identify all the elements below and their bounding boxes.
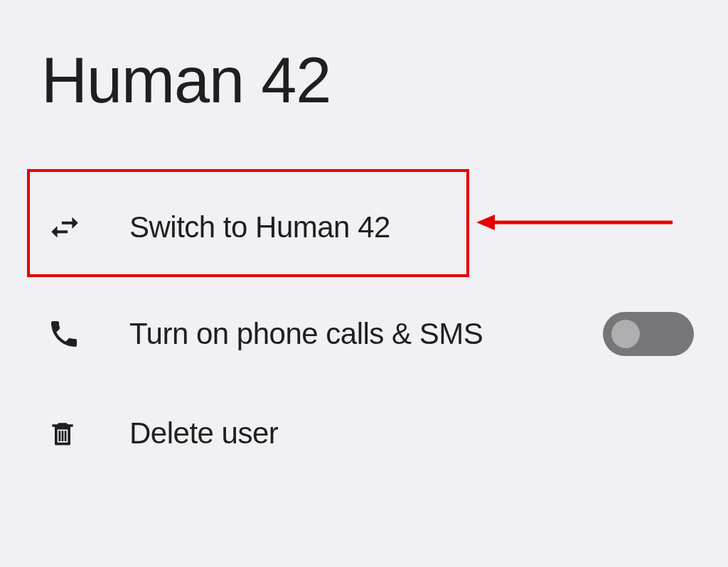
phone-sms-label: Turn on phone calls & SMS bbox=[129, 317, 483, 351]
phone-sms-toggle[interactable] bbox=[603, 312, 694, 356]
delete-user-label: Delete user bbox=[129, 416, 278, 450]
trash-icon bbox=[47, 418, 78, 449]
switch-user-item[interactable]: Switch to Human 42 bbox=[0, 185, 728, 270]
page-title: Human 42 bbox=[41, 44, 331, 117]
toggle-knob bbox=[611, 320, 640, 348]
switch-user-label: Switch to Human 42 bbox=[129, 210, 390, 244]
phone-sms-item[interactable]: Turn on phone calls & SMS bbox=[0, 298, 728, 369]
delete-user-item[interactable]: Delete user bbox=[0, 398, 728, 469]
swap-horizontal-icon bbox=[47, 210, 82, 245]
phone-icon bbox=[47, 317, 81, 351]
